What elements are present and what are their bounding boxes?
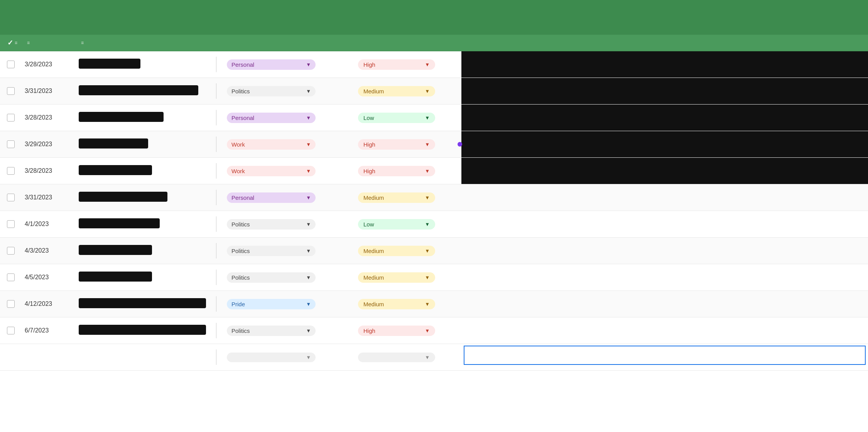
project-tag[interactable]: Politics▼ <box>227 86 316 96</box>
sort-date-icon[interactable]: ≡ <box>27 40 30 46</box>
dropdown-arrow-icon: ▼ <box>306 301 311 307</box>
notes-input[interactable] <box>464 346 866 365</box>
cell-notes <box>461 317 868 344</box>
row-checkbox[interactable] <box>7 114 15 122</box>
cell-task <box>76 192 214 203</box>
priority-dropdown-arrow-icon: ▼ <box>425 195 430 201</box>
project-tag-label: Personal <box>231 61 254 68</box>
cell-check <box>0 220 22 228</box>
priority-dropdown-arrow-icon: ▼ <box>425 221 430 227</box>
project-tag-label: Politics <box>231 248 250 254</box>
priority-tag[interactable]: Medium▼ <box>358 246 435 256</box>
row-checkbox[interactable] <box>7 140 15 148</box>
cell-check <box>0 300 22 308</box>
sort-task-icon[interactable]: ≡ <box>81 40 84 46</box>
project-tag[interactable]: Politics▼ <box>227 246 316 256</box>
project-tag-label: Work <box>231 141 245 148</box>
cell-check <box>0 87 22 95</box>
cell-check <box>0 194 22 201</box>
cell-notes <box>461 105 868 131</box>
project-tag[interactable]: Work▼ <box>227 166 316 176</box>
cell-date: 4/12/2023 <box>22 300 76 307</box>
row-checkbox[interactable] <box>7 300 15 308</box>
project-tag[interactable]: Personal▼ <box>227 113 316 123</box>
cell-priority: High▼ <box>353 166 461 176</box>
row-checkbox[interactable] <box>7 167 15 175</box>
col-check[interactable]: ✓ ≡ <box>0 39 22 47</box>
cell-date: 3/28/2023 <box>22 167 76 174</box>
priority-dropdown-arrow-icon: ▼ <box>425 275 430 280</box>
cell-notes <box>461 291 868 317</box>
table-body: 3/28/2023Personal▼High▼3/31/2023Politics… <box>0 51 868 371</box>
task-redacted <box>79 85 198 95</box>
col-date[interactable]: ≡ <box>22 40 76 46</box>
priority-dropdown-arrow-icon: ▼ <box>425 328 430 334</box>
priority-tag-label: Medium <box>363 274 384 281</box>
col-divider <box>214 216 222 232</box>
priority-tag[interactable]: High▼ <box>358 166 435 176</box>
col-divider <box>214 57 222 72</box>
project-tag-empty[interactable]: ▼ <box>227 353 316 362</box>
cell-check <box>0 327 22 334</box>
project-tag[interactable]: Politics▼ <box>227 219 316 230</box>
project-tag-label: Politics <box>231 274 250 281</box>
project-tag[interactable]: Politics▼ <box>227 326 316 336</box>
row-checkbox[interactable] <box>7 220 15 228</box>
priority-tag[interactable]: High▼ <box>358 326 435 336</box>
cell-check <box>0 140 22 148</box>
cell-task <box>76 165 214 177</box>
table-row: 3/31/2023Politics▼Medium▼ <box>0 78 868 105</box>
cell-date: 3/29/2023 <box>22 141 76 148</box>
priority-tag[interactable]: High▼ <box>358 59 435 70</box>
cell-date: 6/7/2023 <box>22 327 76 334</box>
row-checkbox[interactable] <box>7 247 15 255</box>
row-checkbox[interactable] <box>7 194 15 201</box>
priority-tag[interactable]: Medium▼ <box>358 299 435 309</box>
cell-task <box>76 112 214 123</box>
col-divider <box>214 349 222 365</box>
col-task[interactable]: ≡ <box>76 40 214 46</box>
cell-priority: Low▼ <box>353 219 461 230</box>
cell-notes <box>461 184 868 211</box>
priority-tag[interactable]: Medium▼ <box>358 192 435 203</box>
dropdown-arrow-icon: ▼ <box>306 328 311 334</box>
project-tag-label: Personal <box>231 115 254 121</box>
task-redacted <box>79 192 167 202</box>
priority-tag[interactable]: Medium▼ <box>358 272 435 283</box>
cell-task <box>76 298 214 310</box>
priority-tag-label: High <box>363 168 375 174</box>
col-divider <box>214 190 222 205</box>
cell-priority: Low▼ <box>353 113 461 123</box>
project-tag[interactable]: Personal▼ <box>227 192 316 203</box>
header-bar <box>0 0 868 35</box>
row-checkbox[interactable] <box>7 327 15 334</box>
dropdown-arrow-icon: ▼ <box>306 88 311 94</box>
task-redacted <box>79 298 206 308</box>
table-row: 3/28/2023Personal▼Low▼ <box>0 105 868 131</box>
priority-tag[interactable]: Low▼ <box>358 219 435 230</box>
cell-project: ▼ <box>222 352 353 363</box>
cell-project: Politics▼ <box>222 219 353 230</box>
project-tag[interactable]: Politics▼ <box>227 272 316 283</box>
priority-tag[interactable]: Low▼ <box>358 113 435 123</box>
table-row: 3/28/2023Work▼High▼ <box>0 158 868 184</box>
col-divider <box>214 243 222 258</box>
row-checkbox[interactable] <box>7 61 15 68</box>
filter-icon[interactable]: ≡ <box>15 40 17 46</box>
cell-project: Politics▼ <box>222 326 353 336</box>
priority-tag-empty[interactable]: ▼ <box>358 353 435 362</box>
row-checkbox[interactable] <box>7 273 15 281</box>
project-tag[interactable]: Pride▼ <box>227 299 316 309</box>
project-tag[interactable]: Work▼ <box>227 139 316 150</box>
cell-date: 4/3/2023 <box>22 247 76 254</box>
cell-task <box>76 59 214 70</box>
priority-tag-label: High <box>363 61 375 68</box>
cell-notes <box>461 158 868 184</box>
priority-tag[interactable]: Medium▼ <box>358 86 435 96</box>
priority-tag[interactable]: High▼ <box>358 139 435 150</box>
priority-tag-label: Medium <box>363 88 384 94</box>
dropdown-arrow-icon: ▼ <box>306 221 311 227</box>
row-checkbox[interactable] <box>7 87 15 95</box>
dropdown-arrow-icon: ▼ <box>306 195 311 201</box>
project-tag[interactable]: Personal▼ <box>227 59 316 70</box>
